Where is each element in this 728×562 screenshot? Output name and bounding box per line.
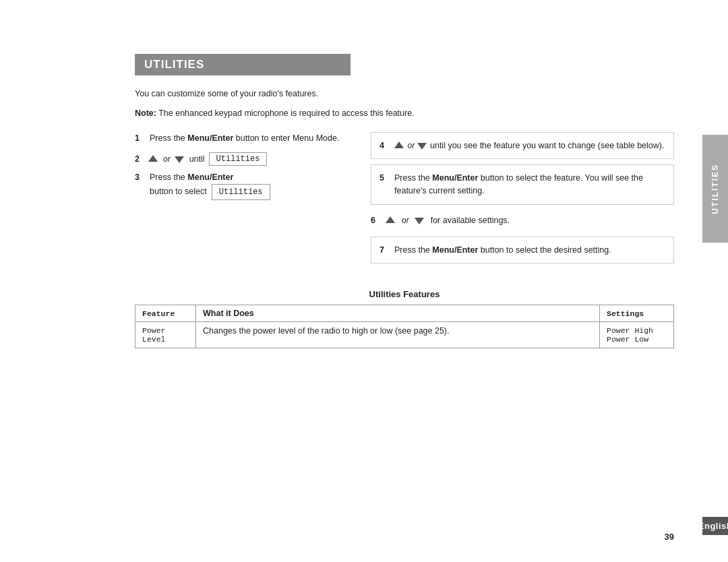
note-label: Note: [135,108,156,118]
step-2-or: or [163,154,171,164]
arrow-up-icon-3 [386,215,396,226]
page-number: 39 [665,532,674,542]
side-tab-utilities: UTILITIES [702,135,728,243]
step-1-content: Press the Menu/Enter button to enter Men… [150,132,351,145]
step-2-until: until [189,154,205,164]
step-5: 5 Press the Menu/Enter button to select … [371,164,674,205]
table-header: Feature What it Does Settings [135,305,674,322]
right-column: 4 or until you see the feature you want … [371,132,674,270]
table-header-row: Feature What it Does Settings [135,305,674,322]
page-title: UTILITIES [144,58,341,71]
feature-cell: Power Level [135,322,196,348]
feature-name: Power Level [142,326,166,344]
step-7-number: 7 [380,244,389,257]
setting-low: Power Low [607,335,648,344]
col-settings: Settings [600,305,674,322]
step-3-bold: Menu/Enter [187,173,233,182]
note-paragraph: Note: The enhanced keypad microphone is … [135,107,674,120]
step-5-bold: Menu/Enter [432,173,478,183]
arrow-up-icon-1 [148,154,159,164]
step-4-content: or until you see the feature you want to… [394,139,664,152]
step-4: 4 or until you see the feature you want … [371,132,674,160]
step-3-number: 3 [135,171,144,184]
step-6-or: or [402,214,409,226]
table-row: Power Level Changes the power level of t… [135,322,674,348]
step-6-number: 6 [371,214,380,227]
step-7-content: Press the Menu/Enter button to select th… [394,244,611,257]
step-4-text: until you see the feature you want to ch… [430,141,664,150]
intro-paragraph: You can customize some of your radio's f… [135,88,674,100]
col-what-it-does: What it Does [196,305,600,322]
settings-cell: Power High Power Low [600,322,674,348]
table-body: Power Level Changes the power level of t… [135,322,674,348]
step-3-monospace: Utilities [212,184,270,200]
step-5-number: 5 [380,172,389,197]
step-7: 7 Press the Menu/Enter button to select … [371,237,674,264]
step-3-content: Press the Menu/Enter button to select Ut… [150,171,351,200]
step-4-or: or [407,141,417,150]
arrow-down-icon-1 [175,154,185,164]
what-it-does-cell: Changes the power level of the radio to … [196,322,600,348]
page-title-bar: UTILITIES [135,54,351,75]
side-tab-utilities-label: UTILITIES [710,164,720,214]
arrow-down-icon-3 [415,215,425,226]
step-2-monospace: Utilities [209,152,268,166]
step-1-bold: Menu/Enter [187,133,233,143]
step-1-number: 1 [135,132,144,145]
step-6-text: for available settings. [431,214,510,227]
step-2-number: 2 [135,154,144,164]
side-tab-english-label: English [698,521,728,531]
features-table: Feature What it Does Settings Power Leve… [135,305,674,348]
step-4-number: 4 [380,139,389,152]
setting-high: Power High [607,326,653,335]
step-6: 6 or for available settings. [371,210,674,231]
left-column: 1 Press the Menu/Enter button to enter M… [135,132,351,270]
step-7-bold: Menu/Enter [432,245,478,255]
step-1: 1 Press the Menu/Enter button to enter M… [135,132,351,145]
note-body: The enhanced keypad microphone is requir… [158,108,414,118]
arrow-down-icon-2 [417,140,428,151]
features-title: Utilities Features [135,289,674,299]
side-tab-english: English [702,517,728,535]
content-columns: 1 Press the Menu/Enter button to enter M… [135,132,674,270]
step-5-content: Press the Menu/Enter button to select th… [394,172,665,197]
features-section: Utilities Features Feature What it Does … [135,289,674,348]
step-2: 2 or until Utilities [135,152,351,166]
step-3: 3 Press the Menu/Enter button to select … [135,171,351,200]
col-feature: Feature [135,305,196,322]
arrow-up-icon-2 [394,140,405,151]
